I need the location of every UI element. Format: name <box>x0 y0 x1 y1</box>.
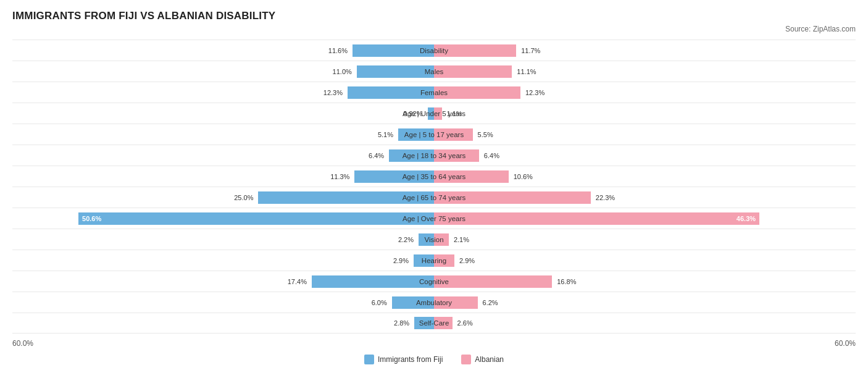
left-bar-container: 12.3% <box>12 82 434 103</box>
right-bar-container: 5.5% <box>434 124 856 145</box>
chart-row: 25.0% Age | 65 to 74 years 22.3% <box>12 187 856 208</box>
right-bar-container: 16.8% <box>434 271 856 292</box>
right-bar-container: 6.2% <box>434 292 856 313</box>
chart-row: 2.9% Hearing 2.9% <box>12 250 856 271</box>
left-bar-container: 25.0% <box>12 187 434 208</box>
left-bar-container: 17.4% <box>12 271 434 292</box>
albanian-color-box <box>461 355 471 364</box>
axis-right: 60.0% <box>434 339 856 348</box>
chart-row: 6.0% Ambulatory 6.2% <box>12 292 856 313</box>
fiji-value: 6.4% <box>369 152 386 159</box>
left-bar-container: 6.4% <box>12 145 434 166</box>
albanian-bar: 1.1% <box>434 107 442 120</box>
albanian-value: 6.2% <box>481 299 498 306</box>
albanian-legend-label: Albanian <box>475 355 504 364</box>
chart-title: IMMIGRANTS FROM FIJI VS ALBANIAN DISABIL… <box>12 10 856 22</box>
left-bar-container: 2.8% <box>12 313 434 333</box>
right-bar-container: 12.3% <box>434 82 856 103</box>
left-bar-container: 11.6% <box>12 40 434 61</box>
albanian-bar: 46.3% <box>434 212 759 225</box>
axis-row: 60.0% 60.0% <box>12 336 856 351</box>
fiji-legend-label: Immigrants from Fiji <box>378 355 443 364</box>
albanian-bar: 11.7% <box>434 44 516 57</box>
albanian-value: 22.3% <box>594 194 615 201</box>
chart-area: 11.6% Disability 11.7% 11.0% Males 11.1% <box>12 40 856 334</box>
chart-row: 6.4% Age | 18 to 34 years 6.4% <box>12 145 856 166</box>
albanian-bar: 5.5% <box>434 128 473 141</box>
left-bar-container: 5.1% <box>12 124 434 145</box>
albanian-value: 11.7% <box>519 47 540 54</box>
albanian-value: 2.6% <box>456 319 473 327</box>
fiji-value: 11.3% <box>330 173 351 180</box>
albanian-bar: 22.3% <box>434 191 591 204</box>
right-bar-container: 22.3% <box>434 187 856 208</box>
left-bar-container: 2.9% <box>12 250 434 271</box>
albanian-value: 2.1% <box>452 236 469 243</box>
albanian-value: 1.1% <box>445 110 462 117</box>
fiji-bar: 12.3% <box>348 86 434 99</box>
fiji-bar: 5.1% <box>398 128 434 141</box>
chart-row: 50.6% Age | Over 75 years 46.3% <box>12 208 856 229</box>
right-bar-container: 2.1% <box>434 229 856 250</box>
albanian-bar: 2.6% <box>434 317 453 329</box>
right-bar-container: 11.1% <box>434 61 856 82</box>
fiji-bar: 2.8% <box>414 317 434 329</box>
left-bar-container: 11.3% <box>12 166 434 187</box>
fiji-bar: 2.2% <box>419 233 434 246</box>
albanian-bar: 6.2% <box>434 296 478 309</box>
fiji-value: 0.92% <box>403 110 424 117</box>
albanian-bar: 11.1% <box>434 65 512 78</box>
fiji-value: 17.4% <box>288 278 309 285</box>
fiji-bar: 0.92% <box>428 107 434 120</box>
albanian-value: 11.1% <box>515 68 536 75</box>
fiji-value: 50.6% <box>78 215 101 222</box>
albanian-value: 16.8% <box>555 278 576 285</box>
albanian-bar: 6.4% <box>434 149 479 162</box>
right-bar-container: 6.4% <box>434 145 856 166</box>
albanian-value: 10.6% <box>512 173 533 180</box>
chart-row: 5.1% Age | 5 to 17 years 5.5% <box>12 124 856 145</box>
legend-fiji: Immigrants from Fiji <box>364 355 443 364</box>
albanian-bar: 2.9% <box>434 254 454 267</box>
fiji-value: 2.8% <box>394 319 411 327</box>
chart-row: 11.3% Age | 35 to 64 years 10.6% <box>12 166 856 187</box>
albanian-bar: 2.1% <box>434 233 449 246</box>
fiji-value: 5.1% <box>378 131 395 138</box>
albanian-bar: 16.8% <box>434 275 552 288</box>
left-bar-container: 6.0% <box>12 292 434 313</box>
albanian-value: 2.9% <box>457 257 475 264</box>
chart-row: 2.8% Self-Care 2.6% <box>12 313 856 334</box>
albanian-value: 6.4% <box>482 152 499 159</box>
fiji-value: 12.3% <box>323 89 344 96</box>
fiji-bar: 11.0% <box>357 65 434 78</box>
albanian-bar: 10.6% <box>434 170 509 183</box>
fiji-value: 6.0% <box>372 299 389 306</box>
fiji-bar: 25.0% <box>258 191 434 204</box>
left-bar-container: 50.6% <box>12 208 434 229</box>
legend-albanian: Albanian <box>461 355 504 364</box>
chart-row: 2.2% Vision 2.1% <box>12 229 856 250</box>
fiji-value: 11.6% <box>328 47 349 54</box>
fiji-bar: 11.6% <box>353 44 434 57</box>
chart-row: 17.4% Cognitive 16.8% <box>12 271 856 292</box>
fiji-value: 25.0% <box>234 194 255 201</box>
chart-row: 12.3% Females 12.3% <box>12 82 856 103</box>
fiji-bar: 11.3% <box>354 170 434 183</box>
albanian-value: 46.3% <box>737 215 759 222</box>
fiji-bar: 17.4% <box>312 275 434 288</box>
chart-row: 0.92% Age | Under 5 years 1.1% <box>12 103 856 124</box>
source: Source: ZipAtlas.com <box>12 25 856 33</box>
right-bar-container: 11.7% <box>434 40 856 61</box>
left-bar-container: 0.92% <box>12 103 434 124</box>
fiji-value: 11.0% <box>333 68 354 75</box>
albanian-value: 12.3% <box>524 89 545 96</box>
chart-row: 11.6% Disability 11.7% <box>12 40 856 61</box>
right-bar-container: 2.9% <box>434 250 856 271</box>
fiji-value: 2.9% <box>393 257 411 264</box>
fiji-bar: 2.9% <box>414 254 434 267</box>
left-bar-container: 2.2% <box>12 229 434 250</box>
left-bar-container: 11.0% <box>12 61 434 82</box>
chart-row: 11.0% Males 11.1% <box>12 61 856 82</box>
axis-left: 60.0% <box>12 339 434 348</box>
fiji-bar: 50.6% <box>78 212 434 225</box>
